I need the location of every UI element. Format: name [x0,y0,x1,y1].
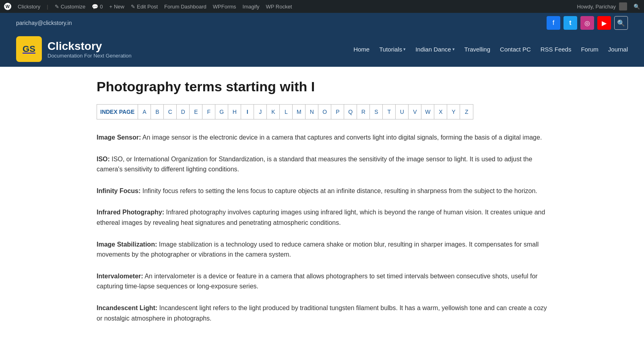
main-content: Photography terms starting with I INDEX … [80,67,564,347]
comments-icon: 💬 [92,4,98,10]
alpha-nav-G[interactable]: G [215,105,228,119]
admin-comments-label: 0 [100,4,103,10]
header-top: parichay@clickstory.in f t ◎ ▶ 🔍 [16,13,628,31]
term-title: Infrared Photography: [97,209,164,216]
header-email: parichay@clickstory.in [16,20,72,26]
main-nav: Home Tutorials Indian Dance Travelling C… [353,46,628,53]
admin-imagify-link[interactable]: Imagify [243,4,260,10]
customize-icon: ✎ [55,4,59,10]
nav-contact-pc[interactable]: Contact PC [500,46,531,53]
admin-sep-1: | [47,4,48,10]
alpha-nav-J[interactable]: J [254,105,267,119]
alpha-nav-index[interactable]: INDEX PAGE [97,105,138,119]
admin-howdy-label: Howdy, Parichay [577,4,616,10]
nav-tutorials[interactable]: Tutorials [379,46,406,53]
edit-icon: ✎ [131,4,135,10]
logo-link[interactable]: GS [16,36,42,62]
term-definition: ISO, or International Organization for S… [97,156,532,173]
nav-forum[interactable]: Forum [581,46,598,53]
youtube-button[interactable]: ▶ [597,16,611,30]
alpha-nav-L[interactable]: L [280,105,293,119]
wp-icon-link[interactable]: W [4,3,11,10]
alpha-nav-A[interactable]: A [138,105,151,119]
admin-wp-rocket-link[interactable]: WP Rocket [266,4,292,10]
alpha-nav-H[interactable]: H [228,105,241,119]
alpha-nav-T[interactable]: T [383,105,396,119]
term-title: Infinity Focus: [97,187,140,194]
alpha-nav-M[interactable]: M [293,105,305,119]
term-title: Image Stabilization: [97,241,157,248]
term-block: Infinity Focus: Infinity focus refers to… [97,186,547,196]
admin-customize-label: Customize [61,4,85,10]
term-title: ISO: [97,156,110,162]
admin-bar: W Clickstory | ✎ Customize 💬 0 + New ✎ E… [0,0,644,13]
admin-search-link[interactable]: 🔍 [634,4,640,10]
term-block: ISO: ISO, or International Organization … [97,154,547,175]
admin-wpforms-link[interactable]: WPForms [213,4,236,10]
admin-forum-dashboard-link[interactable]: Forum Dashboard [164,4,206,10]
term-definition: An image sensor is the electronic device… [141,134,542,141]
admin-site-link[interactable]: Clickstory [18,4,40,10]
header-search-button[interactable]: 🔍 [614,16,628,30]
alpha-nav-K[interactable]: K [267,105,280,119]
facebook-icon: f [553,19,554,27]
admin-wp-rocket-label: WP Rocket [266,4,292,10]
wp-icon: W [4,3,11,10]
alpha-nav-X[interactable]: X [434,105,447,119]
admin-comments-link[interactable]: 💬 0 [92,4,103,10]
term-block: Image Stabilization: Image stabilization… [97,239,547,260]
term-definition: Infrared photography involves capturing … [97,209,545,226]
nav-travelling[interactable]: Travelling [464,46,490,53]
logo-letter: GS [23,44,35,54]
admin-site-name: Clickstory [18,4,40,10]
admin-wpforms-label: WPForms [213,4,236,10]
nav-indian-dance[interactable]: Indian Dance [415,46,454,53]
term-definition: Infinity focus refers to setting the len… [140,187,537,194]
alpha-nav-C[interactable]: C [164,105,177,119]
term-block: Incandescent Light: Incandescent light r… [97,303,547,323]
nav-journal[interactable]: Journal [608,46,628,53]
alpha-nav-S[interactable]: S [370,105,383,119]
term-block: Infrared Photography: Infrared photograp… [97,207,547,228]
alpha-nav-P[interactable]: P [331,105,344,119]
alpha-nav-E[interactable]: E [190,105,202,119]
admin-new-link[interactable]: + New [109,4,124,10]
admin-edit-post-link[interactable]: ✎ Edit Post [131,4,158,10]
alpha-nav-R[interactable]: R [357,105,370,119]
alpha-nav-U[interactable]: U [396,105,409,119]
youtube-icon: ▶ [602,19,607,27]
site-header: parichay@clickstory.in f t ◎ ▶ 🔍 GS [0,13,644,67]
term-title: Intervalometer: [97,273,143,280]
alpha-nav-W[interactable]: W [421,105,434,119]
terms-list: Image Sensor: An image sensor is the ele… [97,132,547,323]
twitter-button[interactable]: t [564,16,577,30]
admin-forum-dashboard-label: Forum Dashboard [164,4,206,10]
instagram-icon: ◎ [584,19,590,27]
facebook-button[interactable]: f [547,16,560,30]
alpha-nav-Z[interactable]: Z [460,105,473,119]
nav-home[interactable]: Home [353,46,369,53]
site-name: Clickstory [47,40,132,53]
instagram-button[interactable]: ◎ [580,16,594,30]
site-tagline: Documentation For Next Generation [47,53,132,59]
alpha-nav-Q[interactable]: Q [344,105,357,119]
term-block: Image Sensor: An image sensor is the ele… [97,132,547,143]
admin-customize-link[interactable]: ✎ Customize [55,4,85,10]
term-definition: An intervalometer is a device or feature… [97,273,538,290]
alpha-nav-V[interactable]: V [409,105,421,119]
page-title: Photography terms starting with I [97,79,547,95]
alpha-nav: INDEX PAGE A B C D E F G H I J K L M N O… [97,104,473,119]
admin-howdy-link[interactable]: Howdy, Parichay [577,2,627,10]
alpha-nav-B[interactable]: B [151,105,164,119]
term-block: Intervalometer: An intervalometer is a d… [97,271,547,292]
alpha-nav-F[interactable]: F [202,105,215,119]
alpha-nav-D[interactable]: D [177,105,190,119]
admin-imagify-label: Imagify [243,4,260,10]
alpha-nav-O[interactable]: O [318,105,331,119]
term-definition: Incandescent light refers to the light p… [97,304,547,322]
alpha-nav-N[interactable]: N [305,105,318,119]
alpha-nav-I[interactable]: I [241,105,254,119]
nav-rss-feeds[interactable]: RSS Feeds [541,46,572,53]
alpha-nav-Y[interactable]: Y [447,105,460,119]
logo-area: GS Clickstory Documentation For Next Gen… [16,36,132,62]
